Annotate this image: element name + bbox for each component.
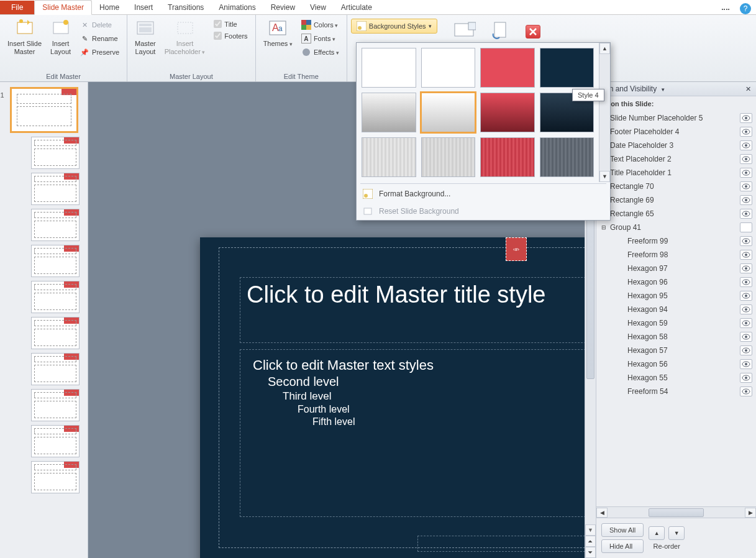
close-master-view-button[interactable] [526, 25, 540, 39]
tab-view[interactable]: View [303, 1, 334, 14]
expand-icon[interactable]: ⊟ [600, 224, 608, 231]
visibility-toggle-icon[interactable] [740, 332, 752, 342]
h-scroll-thumb[interactable] [649, 508, 703, 517]
thumbnail-layout[interactable] [31, 461, 80, 493]
tab-articulate[interactable]: Articulate [334, 1, 380, 14]
background-style-swatch-1[interactable] [362, 48, 416, 88]
selection-list[interactable]: Slide Number Placeholder 5Footer Placeho… [596, 111, 756, 506]
effects-button[interactable]: Effects [299, 46, 342, 58]
visibility-toggle-icon[interactable] [740, 113, 752, 123]
format-background-item[interactable]: Format Background... [357, 185, 610, 203]
background-styles-button[interactable]: Background Styles▾ [351, 19, 437, 34]
tab-review[interactable]: Review [263, 1, 303, 14]
background-style-swatch-2[interactable] [421, 48, 476, 88]
selection-horizontal-scrollbar[interactable]: ◀ ▶ [596, 506, 756, 518]
visibility-toggle-icon[interactable] [740, 209, 752, 219]
visibility-toggle-icon[interactable] [740, 222, 752, 232]
selection-item[interactable]: Hexagon 58 [599, 330, 754, 344]
preserve-button[interactable]: 📌Preserve [77, 46, 122, 58]
visibility-toggle-icon[interactable] [740, 127, 752, 137]
tab-home[interactable]: Home [92, 1, 127, 14]
background-style-swatch-3[interactable] [480, 48, 535, 88]
visibility-toggle-icon[interactable] [740, 154, 752, 164]
selection-item[interactable]: Text Placeholder 2 [599, 152, 754, 166]
visibility-toggle-icon[interactable] [740, 359, 752, 369]
selection-panel-title[interactable]: tion and Visibility [601, 85, 665, 93]
scroll-left-icon[interactable]: ◀ [596, 508, 608, 518]
previous-slide-icon[interactable]: ⏶ [585, 536, 596, 547]
popup-scrollbar[interactable]: ▲ ▼ [599, 43, 610, 182]
insert-layout-button[interactable]: Insert Layout [47, 17, 75, 57]
tab-animations[interactable]: Animations [211, 1, 263, 14]
text-placeholder[interactable]: Click to edit Master text styles Second … [240, 349, 596, 517]
visibility-toggle-icon[interactable] [740, 291, 752, 301]
background-style-swatch-9[interactable] [362, 137, 416, 177]
file-tab[interactable]: File [0, 1, 34, 14]
selection-item[interactable]: Hexagon 59 [599, 316, 754, 330]
tab-transitions[interactable]: Transitions [160, 1, 211, 14]
background-style-swatch-7[interactable] [480, 93, 535, 132]
selection-item[interactable]: Hexagon 96 [599, 275, 754, 289]
scroll-right-icon[interactable]: ▶ [745, 508, 756, 518]
page-number-placeholder[interactable]: ‹#› [506, 237, 527, 261]
tab-slide-master[interactable]: Slide Master [34, 0, 92, 15]
selection-item[interactable]: Rectangle 65 [599, 207, 754, 221]
background-style-swatch-5[interactable] [362, 93, 416, 132]
next-slide-icon[interactable]: ⏷ [585, 547, 596, 558]
selection-item[interactable]: Hexagon 94 [599, 303, 754, 316]
visibility-toggle-icon[interactable] [740, 373, 752, 383]
visibility-toggle-icon[interactable] [740, 168, 752, 178]
insert-slide-master-button[interactable]: Insert Slide Master [4, 17, 45, 57]
background-style-swatch-12[interactable] [540, 137, 594, 177]
thumbnail-layout[interactable] [31, 209, 80, 241]
scroll-down-icon[interactable]: ▼ [585, 524, 596, 536]
background-style-swatch-6[interactable] [421, 93, 476, 132]
master-layout-button[interactable]: Master Layout [131, 17, 160, 57]
selection-item[interactable]: Footer Placeholder 4 [599, 125, 754, 139]
thumbnail-layout[interactable] [31, 137, 80, 169]
hide-all-button[interactable]: Hide All [601, 539, 644, 553]
background-style-swatch-11[interactable] [480, 137, 535, 177]
background-style-swatch-4[interactable] [540, 48, 594, 88]
show-all-button[interactable]: Show All [601, 523, 644, 537]
thumbnail-panel[interactable]: 1 [0, 82, 88, 558]
title-placeholder[interactable]: Click to edit Master title style [240, 277, 596, 343]
minimize-ribbon-icon[interactable]: ᠁ [721, 4, 730, 14]
title-checkbox[interactable]: Title [211, 19, 250, 29]
selection-item[interactable]: Freeform 99 [599, 234, 754, 248]
reorder-up-button[interactable]: ▲ [649, 526, 665, 540]
selection-item[interactable]: Slide Number Placeholder 5 [599, 111, 754, 125]
help-icon[interactable]: ? [740, 3, 751, 14]
selection-item[interactable]: Freeform 54 [599, 385, 754, 398]
visibility-toggle-icon[interactable] [740, 250, 752, 260]
close-panel-icon[interactable]: ✕ [745, 85, 751, 93]
tab-insert[interactable]: Insert [127, 1, 160, 14]
insert-placeholder-button[interactable]: Insert Placeholder [161, 17, 209, 58]
colors-button[interactable]: Colors [299, 19, 342, 31]
background-style-swatch-10[interactable] [421, 137, 476, 177]
selection-item[interactable]: ⊟Group 41 [599, 221, 754, 234]
thumbnail-layout[interactable] [31, 389, 80, 421]
thumbnail-layout[interactable] [31, 317, 80, 349]
selection-item[interactable]: Hexagon 55 [599, 371, 754, 385]
thumbnail-layout[interactable] [31, 173, 80, 205]
selection-item[interactable]: Freeform 98 [599, 248, 754, 262]
visibility-toggle-icon[interactable] [740, 236, 752, 246]
thumbnail-layout[interactable] [31, 425, 80, 457]
rename-button[interactable]: ✎Rename [77, 32, 122, 45]
visibility-toggle-icon[interactable] [740, 386, 752, 396]
visibility-toggle-icon[interactable] [740, 318, 752, 328]
footer-placeholder[interactable] [417, 536, 591, 552]
visibility-toggle-icon[interactable] [740, 263, 752, 273]
selection-item[interactable]: Hexagon 97 [599, 262, 754, 275]
fonts-button[interactable]: AFonts [299, 32, 342, 45]
thumbnail-layout[interactable] [31, 353, 80, 385]
visibility-toggle-icon[interactable] [740, 140, 752, 150]
visibility-toggle-icon[interactable] [740, 345, 752, 355]
selection-item[interactable]: Hexagon 95 [599, 289, 754, 303]
visibility-toggle-icon[interactable] [740, 181, 752, 191]
popup-scroll-up-icon[interactable]: ▲ [599, 43, 610, 54]
thumbnail-layout[interactable] [31, 245, 80, 277]
thumbnail-master[interactable]: 1 [10, 87, 78, 133]
selection-item[interactable]: Date Placeholder 3 [599, 139, 754, 152]
